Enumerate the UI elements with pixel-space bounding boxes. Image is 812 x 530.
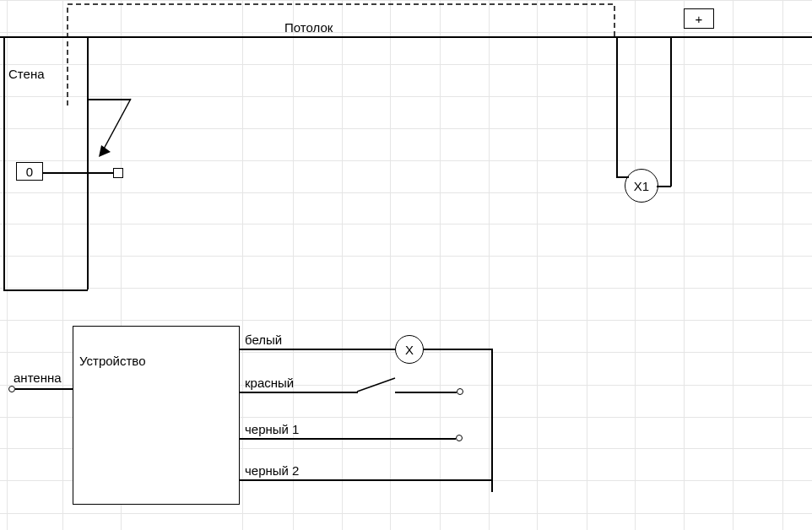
- plus-box: +: [684, 8, 714, 29]
- antenna-label: антенна: [14, 370, 62, 385]
- x1-lamp-label: X1: [634, 179, 649, 193]
- x-lamp-label: X: [405, 343, 414, 357]
- diagram-canvas: Потолок Стена 0 + X1 Устройство антенна …: [0, 0, 812, 530]
- x1-wire-left: [616, 36, 618, 176]
- antenna-line: [15, 388, 73, 390]
- socket-label: 0: [26, 165, 33, 179]
- arrow-head-icon: [99, 145, 111, 157]
- ceiling-line: [0, 36, 812, 38]
- device-label: Устройство: [79, 354, 145, 368]
- switch-contact: [357, 378, 395, 392]
- dashed-outline: [68, 4, 614, 105]
- white-wire: [240, 349, 395, 350]
- black1-wire-label: черный 1: [245, 422, 299, 436]
- device-box: [73, 326, 240, 505]
- red-wire-right: [395, 392, 457, 393]
- black1-wire: [240, 438, 456, 440]
- white-wire-right: [424, 349, 491, 350]
- red-terminal: [457, 388, 463, 395]
- device-right-bus: [491, 349, 493, 492]
- ceiling-label: Потолок: [284, 20, 333, 35]
- wall-label: Стена: [8, 67, 45, 81]
- plus-label: +: [696, 12, 703, 26]
- wall-left-edge: [3, 36, 5, 289]
- black2-wire-label: черный 2: [245, 463, 299, 478]
- socket-line: [43, 172, 113, 174]
- socket-box: 0: [16, 162, 43, 181]
- kink-line: [87, 99, 131, 100]
- wall-bottom-edge: [3, 289, 88, 291]
- arrow-line: [102, 99, 131, 152]
- x-lamp: X: [395, 335, 424, 364]
- x1-wire-right: [670, 36, 672, 187]
- socket-small-square: [113, 168, 123, 178]
- black1-terminal: [456, 435, 463, 441]
- black2-wire: [240, 479, 491, 481]
- x1-stub-left: [616, 176, 629, 178]
- wall-right-edge: [87, 36, 89, 289]
- red-wire-label: красный: [245, 376, 294, 390]
- antenna-terminal: [8, 386, 15, 392]
- white-wire-label: белый: [245, 333, 282, 347]
- red-wire-left: [240, 392, 358, 393]
- x1-stub-right: [657, 186, 671, 187]
- x1-lamp: X1: [625, 169, 658, 203]
